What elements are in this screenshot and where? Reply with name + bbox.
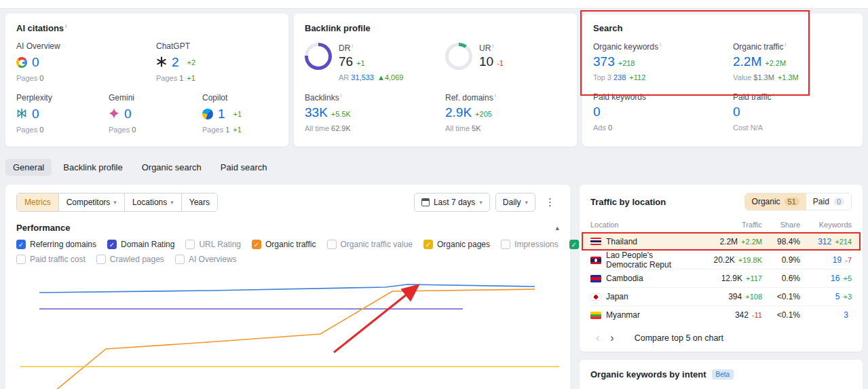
collapse-chevron-icon[interactable] bbox=[555, 223, 559, 232]
location-row[interactable]: Lao People's Democratic Reput 20.2K+19.8… bbox=[590, 251, 852, 269]
paid-keywords-value[interactable]: 0 bbox=[593, 105, 601, 119]
checkbox-icon bbox=[569, 240, 579, 249]
japan-flag-icon bbox=[590, 293, 601, 301]
ai-citation-item: Perplexity 0 Pages0 bbox=[16, 93, 109, 134]
ur-value: 10 bbox=[479, 54, 493, 69]
organic-keywords-value[interactable]: 373 bbox=[593, 54, 615, 69]
paid-traffic-label: Paid traffic bbox=[733, 92, 774, 102]
next-page-button[interactable] bbox=[605, 333, 619, 343]
organic-keywords-by-intent-title: Organic keywords by intent bbox=[590, 369, 706, 379]
metric-checkbox-paid-traffic-cost[interactable]: Paid traffic cost bbox=[16, 255, 86, 264]
ai-citations-card: AI citations AI Overview 0 Pages0 ChatGP… bbox=[5, 14, 288, 147]
ai-citation-item: AI Overview 0 Pages0 bbox=[16, 41, 156, 82]
copilot-icon bbox=[202, 109, 213, 119]
ref-domains-value[interactable]: 2.9K bbox=[445, 105, 472, 119]
checkbox-icon bbox=[96, 255, 106, 264]
more-options-menu[interactable] bbox=[541, 196, 559, 208]
date-range-button[interactable]: Last 7 days bbox=[414, 193, 490, 212]
ai-item-value[interactable]: 2 bbox=[172, 55, 179, 70]
ai-citations-title: AI citations bbox=[16, 23, 278, 33]
ai-item-label: AI Overview bbox=[16, 41, 156, 51]
metric-checkbox-ai-overviews[interactable]: AI Overviews bbox=[175, 255, 237, 264]
paid-traffic-value[interactable]: 0 bbox=[733, 105, 740, 119]
checkbox-icon bbox=[107, 240, 117, 249]
chatgpt-icon bbox=[156, 56, 167, 69]
column-header-share: Share bbox=[762, 221, 800, 229]
checkbox-icon bbox=[327, 240, 337, 249]
location-row[interactable]: Myanmar 342-11 <0.1% 3 bbox=[590, 305, 852, 324]
column-header-keywords: Keywords bbox=[800, 221, 852, 229]
organic-count-badge: 51 bbox=[785, 198, 799, 206]
locations-dropdown[interactable]: Locations bbox=[125, 193, 182, 211]
metric-checkbox-organic-pages[interactable]: Organic pages bbox=[423, 240, 490, 249]
organic-traffic-value[interactable]: 2.2M bbox=[733, 54, 761, 69]
ai-item-value[interactable]: 1 bbox=[218, 107, 225, 122]
backlinks-value[interactable]: 33K bbox=[305, 105, 328, 119]
organic-keywords-by-intent-card: Organic keywords by intent Beta bbox=[580, 360, 863, 389]
metric-checkbox-impressions[interactable]: Impressions bbox=[501, 240, 559, 249]
checkbox-icon bbox=[16, 255, 26, 264]
ur-label: UR bbox=[479, 43, 504, 53]
metric-checkbox-organic-traffic-value[interactable]: Organic traffic value bbox=[327, 240, 413, 249]
column-header-traffic: Traffic bbox=[689, 221, 762, 229]
ai-item-value[interactable]: 0 bbox=[32, 55, 39, 70]
calendar-icon bbox=[421, 198, 430, 206]
dr-gauge bbox=[305, 43, 332, 70]
google-icon bbox=[16, 57, 27, 68]
perplexity-icon bbox=[16, 108, 27, 121]
ai-item-label: Copilot bbox=[202, 93, 242, 103]
tab-backlink-profile[interactable]: Backlink profile bbox=[56, 159, 130, 176]
compare-top5-link[interactable]: Compare top 5 on chart bbox=[635, 333, 723, 343]
search-card: Search Organic keywords 373+218 Top 3 23… bbox=[582, 14, 863, 147]
tab-organic-search[interactable]: Organic search bbox=[134, 159, 209, 176]
gemini-icon bbox=[109, 108, 119, 121]
metric-checkbox-url-rating[interactable]: URL Rating bbox=[185, 240, 241, 249]
paid-keywords-label: Paid keywords bbox=[593, 92, 733, 102]
location-row[interactable]: Cambodia 12.9K+117 0.6% 16+5 bbox=[590, 269, 852, 287]
chevron-down-icon bbox=[113, 199, 117, 206]
backlinks-label: Backlinks bbox=[305, 92, 445, 103]
location-row[interactable]: Thailand 2.2M+2.2M 98.4% 312+214 bbox=[582, 232, 861, 251]
ai-citation-item: ChatGPT 2 +2 Pages1+1 bbox=[156, 41, 195, 82]
ai-item-label: Gemini bbox=[109, 93, 202, 103]
thailand-flag-icon bbox=[590, 238, 601, 245]
organic-traffic-label: Organic traffic bbox=[733, 41, 799, 52]
ref-domains-label: Ref. domains bbox=[445, 92, 495, 103]
search-title: Search bbox=[593, 23, 852, 33]
paid-toggle[interactable]: Paid0 bbox=[806, 193, 851, 210]
tab-general[interactable]: General bbox=[5, 159, 52, 176]
ai-item-label: ChatGPT bbox=[156, 41, 195, 51]
checkbox-icon bbox=[16, 240, 26, 249]
ur-gauge bbox=[445, 43, 472, 70]
beta-badge: Beta bbox=[712, 369, 734, 379]
years-button[interactable]: Years bbox=[182, 193, 217, 211]
prev-page-button[interactable] bbox=[590, 333, 605, 343]
column-header-location: Location bbox=[590, 221, 689, 229]
organic-toggle[interactable]: Organic51 bbox=[745, 193, 806, 210]
organic-keywords-label: Organic keywords bbox=[593, 41, 733, 52]
ai-item-value[interactable]: 0 bbox=[124, 107, 132, 122]
paid-count-badge: 0 bbox=[833, 198, 844, 206]
traffic-type-toggle: Organic51 Paid0 bbox=[744, 193, 852, 210]
metric-checkbox-referring-domains[interactable]: Referring domains bbox=[16, 240, 96, 249]
competitors-dropdown[interactable]: Competitors bbox=[59, 193, 125, 211]
metric-checkbox-organic-traffic[interactable]: Organic traffic bbox=[252, 240, 316, 249]
backlink-profile-title: Backlink profile bbox=[305, 23, 566, 33]
chevron-down-icon bbox=[479, 199, 483, 206]
chart-controls-group: Metrics Competitors Locations Years bbox=[16, 193, 218, 212]
granularity-dropdown[interactable]: Daily bbox=[495, 193, 535, 212]
location-row[interactable]: Japan 394+108 <0.1% 5+3 bbox=[590, 287, 852, 305]
ai-item-value[interactable]: 0 bbox=[32, 107, 39, 122]
checkbox-icon bbox=[501, 240, 510, 249]
laos-flag-icon bbox=[590, 257, 601, 264]
ar-value[interactable]: 31,533 bbox=[351, 73, 374, 81]
metrics-button[interactable]: Metrics bbox=[17, 193, 59, 211]
tab-paid-search[interactable]: Paid search bbox=[213, 159, 275, 176]
cambodia-flag-icon bbox=[590, 275, 601, 282]
checkbox-icon bbox=[252, 240, 261, 249]
metric-checkbox-crawled-pages[interactable]: Crawled pages bbox=[96, 255, 164, 264]
metric-checkbox-domain-rating[interactable]: Domain Rating bbox=[107, 240, 174, 249]
chevron-down-icon bbox=[170, 199, 174, 206]
chevron-down-icon bbox=[525, 199, 528, 206]
ai-item-label: Perplexity bbox=[16, 93, 109, 103]
